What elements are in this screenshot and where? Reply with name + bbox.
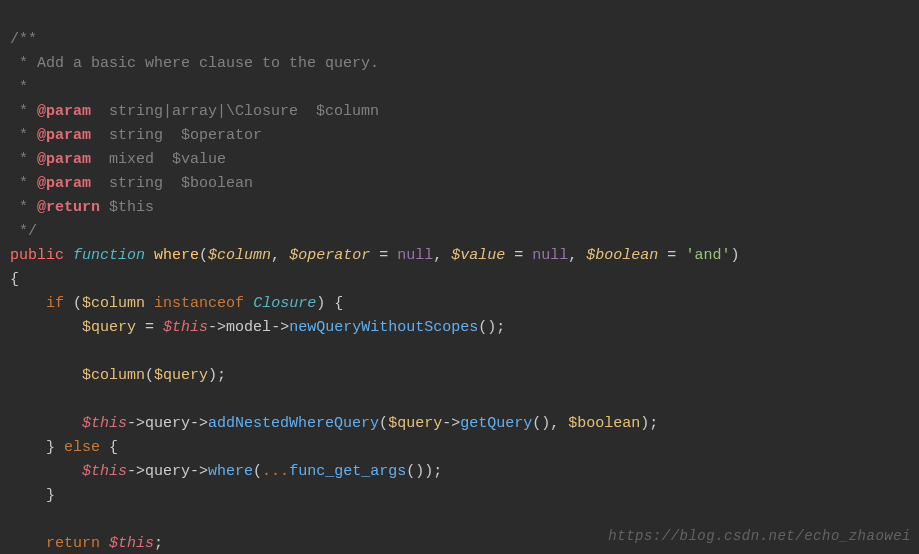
doc-end: */ bbox=[10, 223, 37, 240]
doc-line-1: /** bbox=[10, 31, 37, 48]
blank-2 bbox=[10, 391, 19, 408]
stmt-addnested: $this->query->addNestedWhereQuery($query… bbox=[10, 415, 658, 432]
if-line: if ($column instanceof Closure) { bbox=[10, 295, 343, 312]
watermark-text: https://blog.csdn.net/echo_zhaowei bbox=[608, 524, 911, 548]
return-line: return $this; bbox=[10, 535, 163, 552]
brace-open: { bbox=[10, 271, 19, 288]
doc-line-3: * bbox=[10, 79, 28, 96]
stmt-query-assign: $query = $this->model->newQueryWithoutSc… bbox=[10, 319, 505, 336]
blank-1 bbox=[10, 343, 19, 360]
doc-line-2: * Add a basic where clause to the query. bbox=[10, 55, 379, 72]
code-block: /** * Add a basic where clause to the qu… bbox=[0, 0, 919, 554]
stmt-else-where: $this->query->where(...func_get_args()); bbox=[10, 463, 442, 480]
doc-param-4: * @param string $boolean bbox=[10, 175, 253, 192]
else-line: } else { bbox=[10, 439, 118, 456]
doc-param-2: * @param string $operator bbox=[10, 127, 262, 144]
stmt-column-call: $column($query); bbox=[10, 367, 226, 384]
fn-signature: public function where($column, $operator… bbox=[10, 247, 739, 264]
blank-3 bbox=[10, 511, 19, 528]
else-close: } bbox=[10, 487, 55, 504]
doc-param-1: * @param string|array|\Closure $column bbox=[10, 103, 379, 120]
doc-return: * @return $this bbox=[10, 199, 154, 216]
doc-param-3: * @param mixed $value bbox=[10, 151, 226, 168]
